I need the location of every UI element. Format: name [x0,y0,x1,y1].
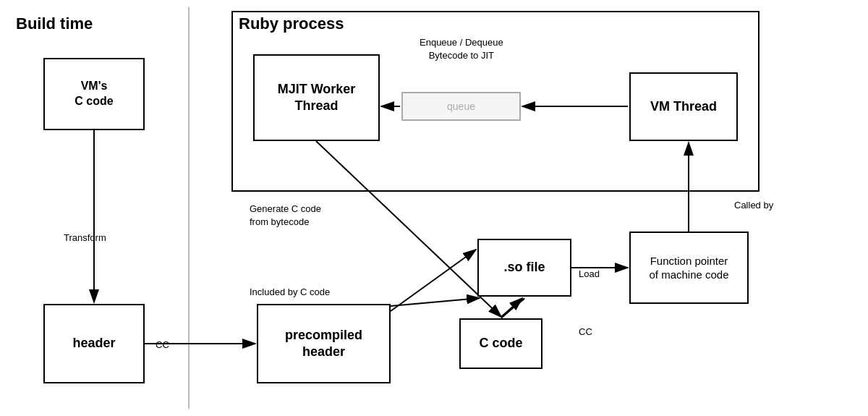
enqueue-label: Enqueue / DequeueBytecode to JIT [420,36,503,62]
svg-line-12 [391,250,476,311]
vms-c-code-label: VM'sC code [75,79,113,109]
diagram-container: Build time Ruby process VM'sC code heade… [0,0,868,416]
vms-c-code-box: VM'sC code [43,58,145,130]
svg-line-13 [501,299,524,317]
mjit-worker-thread-box: MJIT WorkerThread [253,54,380,141]
transform-label: Transform [64,232,106,245]
divider-line [188,7,190,409]
queue-label: queue [447,101,475,112]
function-pointer-label: Function pointerof machine code [649,254,728,282]
queue-box: queue [401,92,521,121]
header-label: header [72,335,115,352]
svg-line-11 [501,298,524,318]
c-code-label: C code [479,335,522,352]
precompiled-header-label: precompiledheader [285,327,362,361]
header-box: header [43,304,145,383]
so-file-box: .so file [477,239,571,297]
generate-c-code-label: Generate C codefrom bytecode [250,203,321,229]
cc-label2: CC [579,326,592,339]
called-by-label: Called by [734,199,773,212]
build-time-label: Build time [16,14,93,33]
so-file-label: .so file [503,259,545,276]
vm-thread-label: VM Thread [650,98,717,115]
precompiled-header-box: precompiledheader [257,304,391,383]
svg-line-5 [391,298,480,306]
load-label: Load [579,268,600,281]
included-by-label: Included by C code [250,286,330,299]
mjit-worker-thread-label: MJIT WorkerThread [278,81,356,115]
cc-label: CC [156,339,169,352]
svg-line-10 [501,298,522,317]
c-code-box: C code [459,318,542,369]
function-pointer-box: Function pointerof machine code [629,232,749,304]
vm-thread-box: VM Thread [629,72,738,141]
